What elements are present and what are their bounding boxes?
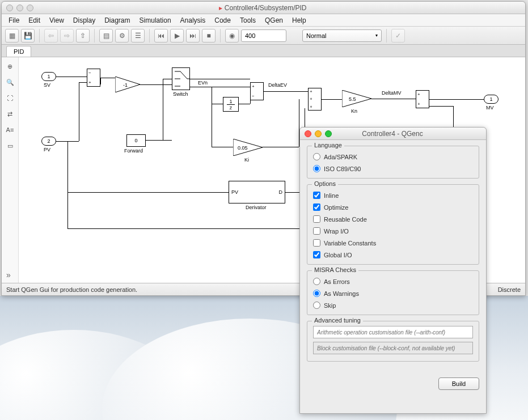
svg-text:-1: -1 [123,82,128,88]
sum-deltaev[interactable]: + − [250,82,264,100]
up-button[interactable]: ⇧ [76,29,90,43]
fast-restart-button[interactable]: ✓ [391,29,405,43]
qgenc-dialog: Controller4 - QGenc Language Ada/SPARK I… [299,127,487,414]
step-back-button[interactable]: ⏮ [154,29,168,43]
misra-group: MISRA Checks As Errors As Warnings Skip [307,270,479,315]
record-button[interactable]: ◉ [225,29,239,43]
run-button[interactable]: ▶ [170,29,184,43]
inport-sv-label: SV [44,82,50,88]
derivator-block[interactable]: PV D [229,181,285,203]
forward-button[interactable]: ⇨ [60,29,74,43]
svg-line-5 [180,71,187,79]
const-forward[interactable]: 0 [126,134,146,147]
evn-label: EVn [198,80,208,86]
outport-mv[interactable]: 1 [484,95,499,104]
zoom-icon[interactable] [27,5,33,11]
deltamv-label: DeltaMV [382,90,402,96]
tabbar: PID [2,45,525,57]
inport-pv-label: PV [44,147,50,152]
advanced-group: Advanced tuning [307,321,479,362]
sum-block[interactable]: − + [87,69,100,87]
check-global-io[interactable]: Global I/O [313,249,473,261]
svg-text:0.05: 0.05 [238,145,248,151]
zoom-fit-icon[interactable]: 🔍 [5,77,16,88]
fit-icon[interactable]: ⛶ [5,92,16,104]
window-title: ▸ Controller4/Subsystem/PID [33,4,492,12]
gain-kp[interactable]: 5.5 [342,90,371,109]
sum-out[interactable]: + + [416,90,429,108]
explorer-button[interactable]: ☰ [131,29,145,43]
deltaev-label: DeltaEV [268,82,287,88]
library-button[interactable]: ▤ [99,29,113,43]
menu-analysis[interactable]: Analysis [180,16,206,24]
inport-pv[interactable]: 2 [41,137,56,146]
switch-block[interactable] [172,67,190,90]
menu-help[interactable]: Help [292,16,306,24]
sim-mode-select[interactable]: Normal▾ [302,29,382,42]
menubar: File Edit View Display Diagram Simulatio… [2,14,525,27]
palette-sidebar: ⊕ 🔍 ⛶ ⇄ A≡ ▭ [2,57,19,283]
qgenc-title: Controller4 - QGenc [332,130,453,138]
inport-sv[interactable]: 1 [41,72,56,81]
status-solver: Discrete [498,286,521,293]
main-titlebar[interactable]: ▸ Controller4/Subsystem/PID [2,2,525,14]
annotation-icon[interactable]: A≡ [5,124,16,135]
switch-label: Switch [173,91,188,97]
close-icon[interactable] [305,130,311,137]
menu-tools[interactable]: Tools [240,16,256,24]
arith-conf-input[interactable] [313,326,473,338]
radio-skip[interactable]: Skip [313,299,473,311]
hide-icon[interactable]: ⊕ [5,61,16,72]
close-icon[interactable] [6,5,13,11]
language-group: Language Ada/SPARK ISO C89/C90 [307,146,479,179]
status-text: Start QGen Gui for production code gener… [6,286,137,293]
menu-display[interactable]: Display [73,16,95,24]
menu-diagram[interactable]: Diagram [104,16,130,24]
back-button[interactable]: ⇦ [44,29,58,43]
block-conf-input [313,342,473,354]
check-wrap-io[interactable]: Wrap I/O [313,225,473,237]
check-reusable[interactable]: Reusable Code [313,213,473,225]
svg-text:5.5: 5.5 [349,96,356,102]
check-varconst[interactable]: Variable Constants [313,237,473,249]
arrows-icon[interactable]: ⇄ [5,108,16,120]
stop-time-input[interactable] [241,29,286,42]
radio-iso-c[interactable]: ISO C89/C90 [313,163,473,175]
ki-label: Ki [244,157,249,163]
gain-neg1[interactable]: -1 [115,77,140,95]
minimize-icon[interactable] [315,130,322,137]
menu-simulation[interactable]: Simulation [140,16,171,24]
build-button[interactable]: Build [438,377,479,390]
menu-file[interactable]: File [9,16,19,24]
radio-ada[interactable]: Ada/SPARK [313,151,473,163]
stop-button[interactable]: ■ [202,29,216,43]
svg-marker-7 [342,90,371,107]
outport-mv-label: MV [486,105,494,111]
tab-pid[interactable]: PID [6,46,31,57]
radio-as-errors[interactable]: As Errors [313,275,473,287]
zoom-icon[interactable] [325,130,332,137]
sum3-block[interactable]: + + + [308,88,322,111]
expand-icon[interactable]: » [6,270,11,279]
options-group: Options Inline Optimize Reusable Code Wr… [307,184,479,265]
derivator-label: Derivator [246,205,267,210]
qgenc-titlebar[interactable]: Controller4 - QGenc [300,128,486,140]
gain-ki[interactable]: 0.05 [233,139,263,158]
forward-label: Forward [124,148,143,154]
kp-label: Kn [351,108,357,114]
menu-view[interactable]: View [49,16,64,24]
toolbar: ▦ 💾 ⇦ ⇨ ⇧ ▤ ⚙ ☰ ⏮ ▶ ⏭ ■ ◉ Normal▾ ✓ [2,27,525,45]
config-button[interactable]: ⚙ [115,29,129,43]
minimize-icon[interactable] [16,5,23,11]
check-optimize[interactable]: Optimize [313,201,473,213]
radio-as-warnings[interactable]: As Warnings [313,287,473,299]
menu-code[interactable]: Code [214,16,231,24]
save-button[interactable]: 💾 [21,29,35,43]
image-icon[interactable]: ▭ [5,140,16,151]
new-button[interactable]: ▦ [5,29,19,43]
menu-qgen[interactable]: QGen [265,16,283,24]
step-fwd-button[interactable]: ⏭ [186,29,200,43]
unit-delay[interactable]: 1 z [223,97,239,112]
check-inline[interactable]: Inline [313,189,473,201]
menu-edit[interactable]: Edit [28,16,40,24]
